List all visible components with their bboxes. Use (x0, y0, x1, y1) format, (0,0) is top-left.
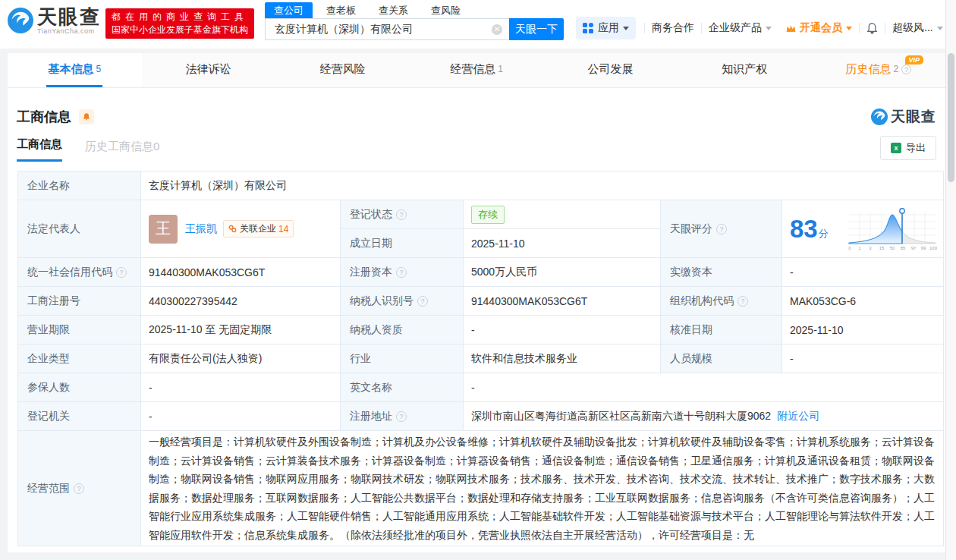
nearby-companies-link[interactable]: 附近公司 (777, 410, 819, 422)
notice-bell-icon[interactable] (79, 109, 94, 124)
field-label: 成立日期 (341, 229, 464, 258)
field-label: 法定代表人 (18, 200, 141, 258)
tianyancha-watermark-icon (871, 109, 888, 125)
tab-operating-info[interactable]: 经营信息1 (410, 53, 544, 87)
logo-domain: TianYanCha.com (37, 27, 101, 35)
taxpayer-quality-value: - (464, 316, 661, 344)
reg-status-value: 存续 (464, 200, 661, 229)
svg-text:15: 15 (879, 246, 885, 250)
business-scope-value: 一般经营项目是：计算机软硬件及外围设备制造；计算机及办公设备维修；计算机软硬件及… (141, 431, 944, 546)
field-label: 企业类型 (18, 344, 141, 373)
status-badge: 存续 (471, 206, 505, 224)
tab-count: 1 (498, 64, 503, 74)
tab-count: 2 (893, 64, 898, 74)
search-tab-relation[interactable]: 查关系 (370, 2, 417, 18)
field-label: 组织机构代码? (661, 287, 782, 316)
menu-enterprise[interactable]: 企业级产品 (709, 21, 772, 35)
business-info-table: 企业名称 玄度计算机（深圳）有限公司 法定代表人 王 王振凯 关联企业 14 (17, 171, 944, 546)
tab-basic-info[interactable]: 基本信息5 (8, 53, 142, 87)
page-bottom-strip (0, 552, 956, 560)
staff-size-value: - (782, 344, 944, 373)
establish-date-value: 2025-11-10 (464, 229, 661, 258)
apps-label: 应用 (598, 21, 619, 35)
industry-value: 软件和信息技术服务业 (464, 344, 661, 373)
tab-history-info[interactable]: 历史信息2?VIP (811, 53, 945, 87)
legal-rep-link[interactable]: 王振凯 (185, 222, 217, 236)
excel-icon: x (891, 143, 901, 153)
tab-intellectual-property[interactable]: 知识产权 (678, 53, 812, 87)
table-row: 企业类型 有限责任公司(法人独资) 行业 软件和信息技术服务业 人员规模 - (18, 344, 944, 373)
svg-text:99: 99 (921, 246, 926, 250)
subtab-history-business-info[interactable]: 历史工商信息0 (85, 140, 159, 162)
menu-cooperation[interactable]: 商务合作 (652, 21, 694, 35)
tianyancha-logo[interactable]: 天眼查 TianYanCha.com (8, 6, 101, 35)
field-label: 英文名称 (341, 373, 464, 402)
help-icon[interactable]: ? (396, 267, 407, 278)
field-label: 行业 (341, 344, 464, 373)
table-row: 法定代表人 王 王振凯 关联企业 14 登记状态? 存续 (18, 200, 944, 229)
field-label: 纳税人识别号? (341, 287, 464, 316)
chevron-down-icon (623, 27, 629, 30)
help-icon[interactable]: ? (716, 224, 727, 234)
help-icon[interactable]: ? (737, 296, 748, 307)
reg-capital-value: 5000万人民币 (464, 258, 661, 287)
notification-bell-icon[interactable] (866, 22, 879, 35)
search-button[interactable]: 天眼一下 (509, 18, 564, 40)
score-value: 83 (790, 216, 818, 241)
paid-capital-value: - (782, 258, 944, 287)
tab-legal[interactable]: 法律诉讼 (142, 53, 276, 87)
search-tab-risk[interactable]: 查风险 (422, 2, 470, 18)
tab-operating-risk[interactable]: 经营风险 (275, 53, 410, 87)
help-icon[interactable]: ? (417, 296, 428, 307)
field-label: 注册资本? (341, 258, 464, 287)
business-term-value: 2025-11-10 至 无固定期限 (141, 316, 341, 344)
svg-text:3: 3 (869, 246, 872, 250)
top-header: 天眼查 TianYanCha.com 都在用的商业查询工具 国家中小企业发展子基… (0, 0, 956, 49)
search-tab-company[interactable]: 查公司 (265, 2, 313, 18)
search-input[interactable] (265, 18, 509, 40)
reg-number-value: 440300227395442 (141, 287, 341, 316)
menu-super-risk[interactable]: 超级风... (892, 21, 943, 35)
section-title: 工商信息 (17, 108, 71, 126)
approval-date-value: 2025-11-10 (782, 316, 944, 344)
help-icon[interactable]: ? (116, 267, 127, 278)
svg-text:0: 0 (848, 246, 851, 250)
field-label: 核准日期 (661, 316, 782, 344)
table-row: 经营范围? 一般经营项目是：计算机软硬件及外围设备制造；计算机及办公设备维修；计… (18, 431, 944, 546)
apps-menu[interactable]: 应用 (576, 17, 636, 39)
scrollbar[interactable] (945, 0, 956, 560)
svg-text:100: 100 (929, 246, 937, 250)
svg-text:97: 97 (911, 246, 917, 250)
table-row: 营业期限 2025-11-10 至 无固定期限 纳税人资质 - 核准日期 202… (18, 316, 944, 344)
field-label: 工商注册号 (18, 287, 141, 316)
related-companies-badge[interactable]: 关联企业 14 (223, 220, 294, 238)
score-marker-pin (900, 208, 904, 212)
vip-badge: VIP (905, 55, 924, 64)
company-nav-tabs: 基本信息5 法律诉讼 经营风险 经营信息1 公司发展 知识产权 历史信息2?VI… (8, 53, 945, 88)
table-row: 登记机关 - 注册地址? 深圳市南山区粤海街道高新区社区高新南六道十号朗科大厦9… (18, 402, 944, 431)
company-name-value: 玄度计算机（深圳）有限公司 (141, 171, 944, 200)
logo-title: 天眼查 (37, 6, 101, 27)
org-code-value: MAK053CG-6 (782, 287, 944, 316)
subtab-business-info[interactable]: 工商信息 (17, 137, 62, 162)
svg-text:1: 1 (858, 246, 861, 250)
apps-grid-icon (583, 23, 593, 33)
menu-vip[interactable]: 开通会员 (785, 21, 852, 35)
field-label: 天眼评分? (661, 200, 782, 258)
avatar[interactable]: 王 (149, 215, 178, 244)
clear-search-icon[interactable]: ✕ (492, 24, 502, 35)
field-label: 参保人数 (18, 373, 141, 402)
tab-count: 5 (96, 64, 101, 74)
table-row: 参保人数 - 英文名称 - (18, 373, 944, 402)
slogan-badge: 都在用的商业查询工具 国家中小企业发展子基金旗下机构 (105, 8, 254, 39)
help-icon[interactable]: ? (396, 209, 407, 220)
search-tab-boss[interactable]: 查老板 (317, 2, 365, 18)
export-button[interactable]: x 导出 (880, 136, 936, 160)
field-label: 统一社会信用代码? (18, 258, 141, 287)
tab-company-development[interactable]: 公司发展 (543, 53, 678, 87)
scrollbar-thumb[interactable] (948, 53, 954, 182)
help-icon[interactable]: ? (74, 483, 84, 494)
help-icon[interactable]: ? (396, 411, 407, 422)
svg-text:50: 50 (890, 246, 895, 250)
chevron-down-icon (846, 27, 852, 30)
